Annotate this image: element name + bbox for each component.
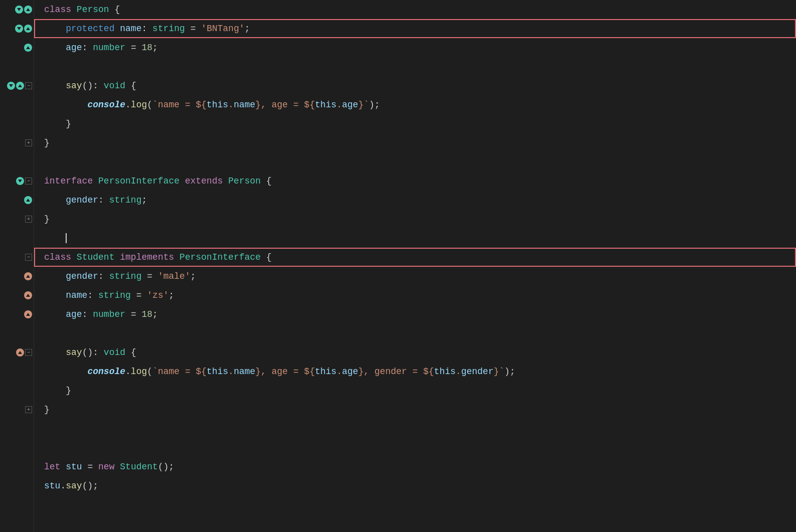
code-line-11: gender: string;	[44, 191, 796, 210]
gutter-row-14: −	[0, 248, 34, 267]
code-line-4	[44, 57, 796, 76]
code-line-15: gender: string = 'male';	[44, 267, 796, 286]
gutter-row-17	[0, 305, 34, 324]
gutter-row-8: +	[0, 133, 34, 152]
code-text-21: }	[44, 386, 71, 396]
text-cursor	[66, 233, 67, 243]
code-text-2: protected name: string = 'BNTang';	[44, 24, 250, 34]
code-line-8: }	[44, 133, 796, 152]
code-text-20: console.log(`name = ${this.name}, age = …	[44, 367, 515, 377]
gutter-icon-orange-up	[24, 310, 32, 318]
code-text-10: interface PersonInterface extends Person…	[44, 176, 272, 186]
fold-icon[interactable]: −	[25, 82, 32, 89]
code-line-10: interface PersonInterface extends Person…	[44, 171, 796, 191]
gutter-icon-green-up	[24, 6, 32, 14]
code-editor: −+−+−−+ class Person { protected name: s…	[0, 0, 796, 532]
code-line-19: say(): void {	[44, 343, 796, 362]
gutter-row-19: −	[0, 343, 34, 362]
gutter-icon-orange-up	[24, 272, 32, 280]
code-line-3: age: number = 18;	[44, 38, 796, 57]
code-text-5: say(): void {	[44, 81, 136, 91]
gutter-icon-green-up	[24, 25, 32, 33]
code-line-9	[44, 152, 796, 171]
code-line-7: }	[44, 114, 796, 133]
code-text-13	[44, 233, 66, 243]
gutter-row-6	[0, 95, 34, 114]
gutter-icon-orange-up	[16, 348, 24, 357]
gutter-icon-green-down	[15, 25, 23, 33]
gutter-row-26	[0, 476, 34, 495]
gutter-row-11	[0, 191, 34, 210]
code-line-20: console.log(`name = ${this.name}, age = …	[44, 362, 796, 381]
code-text-25: let stu = new Student();	[44, 462, 174, 472]
code-line-6: console.log(`name = ${this.name}, age = …	[44, 95, 796, 114]
code-line-16: name: string = 'zs';	[44, 286, 796, 305]
gutter-row-20	[0, 362, 34, 381]
gutter-row-15	[0, 267, 34, 286]
fold-icon[interactable]: −	[25, 254, 32, 261]
code-text-15: gender: string = 'male';	[44, 271, 196, 281]
code-line-17: age: number = 18;	[44, 305, 796, 324]
gutter-row-23	[0, 419, 34, 438]
fold-icon[interactable]: +	[25, 406, 32, 413]
code-text-22: }	[44, 405, 50, 415]
code-line-12: }	[44, 210, 796, 229]
gutter-row-12: +	[0, 210, 34, 229]
gutter-row-4	[0, 57, 34, 76]
code-line-26: stu.say();	[44, 476, 796, 495]
code-line-2: protected name: string = 'BNTang';	[44, 19, 796, 38]
code-text-16: name: string = 'zs';	[44, 290, 174, 300]
code-text-3: age: number = 18;	[44, 43, 158, 53]
gutter-icon-green-down	[15, 6, 23, 14]
gutter-row-3	[0, 38, 34, 57]
gutter-row-7	[0, 114, 34, 133]
gutter-row-21	[0, 381, 34, 400]
gutter-row-22: +	[0, 400, 34, 419]
code-line-5: say(): void {	[44, 76, 796, 95]
gutter-row-25	[0, 457, 34, 476]
fold-icon[interactable]: −	[25, 349, 32, 356]
gutter-row-24	[0, 438, 34, 457]
gutter-icon-green-up	[16, 82, 24, 90]
gutter-row-13	[0, 229, 34, 248]
code-line-23	[44, 419, 796, 438]
code-line-18	[44, 324, 796, 343]
code-line-1: class Person {	[44, 0, 796, 19]
gutter-icon-green-up	[24, 196, 32, 204]
gutter-icon-orange-up	[24, 291, 32, 299]
gutter-icon-green-down	[7, 82, 15, 90]
gutter-icon-green-down	[16, 177, 24, 185]
code-text-6: console.log(`name = ${this.name}, age = …	[44, 100, 380, 110]
code-line-21: }	[44, 381, 796, 400]
gutter-icon-green-up	[24, 44, 32, 52]
code-line-22: }	[44, 400, 796, 419]
code-text-1: class Person {	[44, 5, 120, 15]
code-text-17: age: number = 18;	[44, 309, 158, 319]
code-text-11: gender: string;	[44, 195, 147, 205]
code-text-19: say(): void {	[44, 347, 136, 358]
gutter-row-2	[0, 19, 34, 38]
gutter-row-10: −	[0, 171, 34, 191]
code-text-7: }	[44, 119, 71, 129]
gutter-row-9	[0, 152, 34, 171]
fold-icon[interactable]: +	[25, 216, 32, 223]
gutter-row-1	[0, 0, 34, 19]
code-text-12: }	[44, 214, 50, 224]
code-text-14: class Student implements PersonInterface…	[44, 252, 272, 262]
code-text-26: stu.say();	[44, 481, 98, 491]
code-content: class Person { protected name: string = …	[34, 0, 796, 532]
code-text-8: }	[44, 138, 50, 148]
fold-icon[interactable]: −	[25, 178, 32, 185]
gutter: −+−+−−+	[0, 0, 34, 532]
gutter-row-5: −	[0, 76, 34, 95]
gutter-row-18	[0, 324, 34, 343]
code-line-13	[44, 229, 796, 248]
fold-icon[interactable]: +	[25, 139, 32, 146]
code-line-14: class Student implements PersonInterface…	[44, 248, 796, 267]
gutter-row-16	[0, 286, 34, 305]
code-line-25: let stu = new Student();	[44, 457, 796, 476]
code-line-24	[44, 438, 796, 457]
